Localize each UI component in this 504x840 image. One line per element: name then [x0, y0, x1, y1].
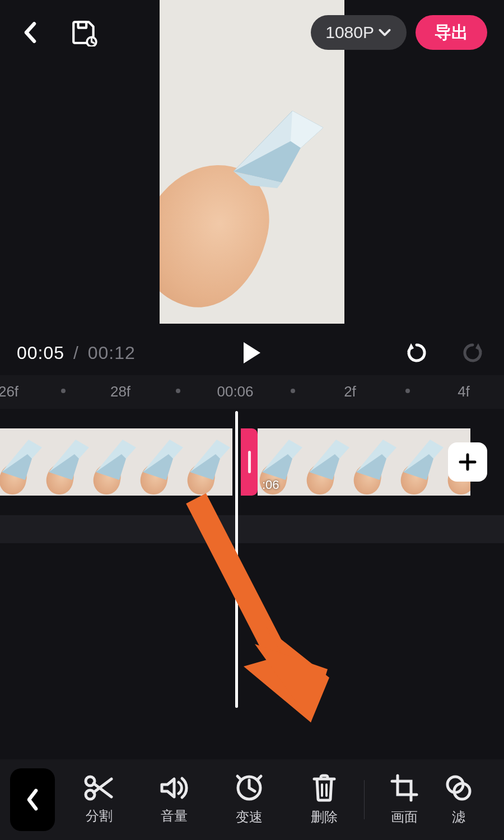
- undo-button[interactable]: [401, 337, 432, 368]
- bottom-toolbar: 分割 音量 变速 删除 画面: [0, 759, 504, 840]
- svg-marker-47: [255, 644, 328, 722]
- volume-icon: [158, 774, 190, 801]
- clip-thumbnail: [399, 428, 446, 496]
- tool-split[interactable]: 分割: [62, 759, 137, 840]
- plus-icon: [457, 451, 478, 473]
- chevron-left-icon: [21, 21, 40, 44]
- playhead[interactable]: [235, 411, 238, 708]
- toolbar-divider: [364, 780, 365, 819]
- tool-volume[interactable]: 音量: [137, 759, 212, 840]
- tool-label: 分割: [86, 807, 113, 825]
- save-draft-icon: [70, 18, 98, 46]
- ruler-dot: [61, 389, 66, 393]
- toolbar-back-button[interactable]: [10, 768, 55, 831]
- cut-icon: [83, 774, 115, 801]
- trash-icon: [311, 773, 338, 802]
- ruler-tick: 4f: [458, 383, 470, 400]
- redo-button[interactable]: [457, 337, 488, 368]
- timeline-clip[interactable]: :06: [258, 428, 470, 496]
- tool-label: 滤: [452, 808, 465, 826]
- preview-content-plane: [228, 104, 323, 188]
- export-label: 导出: [435, 21, 468, 44]
- ruler-tick: 2f: [344, 383, 356, 400]
- export-button[interactable]: 导出: [416, 15, 487, 50]
- timecode: 00:05 / 00:12: [17, 343, 136, 363]
- tool-label: 变速: [236, 808, 263, 826]
- svg-rect-0: [78, 22, 87, 27]
- back-button[interactable]: [13, 16, 47, 49]
- clip-duration-label: :06: [262, 478, 279, 492]
- svg-marker-46: [244, 627, 329, 722]
- chevron-down-icon: [377, 27, 392, 38]
- clip-thumbnail: [0, 428, 44, 496]
- timeline-clip[interactable]: [0, 428, 232, 496]
- clip-thumbnail: [91, 428, 138, 496]
- ruler-dot: [405, 389, 410, 393]
- ruler-dot: [291, 389, 295, 393]
- total-time: 00:12: [88, 343, 136, 363]
- clip-thumbnail: [44, 428, 91, 496]
- ruler-tick: 26f: [0, 383, 18, 400]
- chevron-left-icon: [24, 787, 41, 812]
- resolution-label: 1080P: [325, 23, 374, 42]
- redo-icon: [459, 339, 486, 366]
- tool-label: 删除: [311, 808, 338, 826]
- ruler-tick: 28f: [110, 383, 130, 400]
- tool-canvas[interactable]: 画面: [367, 759, 442, 840]
- clip-thumbnail: [352, 428, 399, 496]
- clip-thumbnail: [185, 428, 232, 496]
- save-draft-button[interactable]: [67, 16, 101, 49]
- tool-filter[interactable]: 滤: [442, 759, 475, 840]
- tool-label: 画面: [391, 808, 418, 826]
- add-clip-button[interactable]: [448, 442, 487, 482]
- tool-speed[interactable]: 变速: [212, 759, 287, 840]
- tool-delete[interactable]: 删除: [287, 759, 362, 840]
- clip-trim-handle[interactable]: [241, 428, 258, 496]
- crop-icon: [390, 773, 419, 802]
- tool-label: 音量: [161, 807, 188, 825]
- timeline-track[interactable]: :06: [0, 428, 504, 496]
- current-time: 00:05: [17, 343, 64, 363]
- ruler-tick: 00:06: [217, 383, 253, 400]
- time-separator: /: [73, 343, 79, 363]
- clip-thumbnail: [305, 428, 352, 496]
- resolution-selector[interactable]: 1080P: [311, 15, 407, 50]
- play-icon: [241, 340, 263, 365]
- play-button[interactable]: [236, 337, 268, 368]
- secondary-track[interactable]: [0, 515, 504, 543]
- undo-icon: [403, 339, 430, 366]
- speed-icon: [235, 773, 264, 802]
- filter-icon: [444, 773, 473, 802]
- timeline-ruler[interactable]: 26f28f00:062f4f: [0, 375, 504, 409]
- clip-thumbnail: [138, 428, 185, 496]
- ruler-dot: [176, 389, 180, 393]
